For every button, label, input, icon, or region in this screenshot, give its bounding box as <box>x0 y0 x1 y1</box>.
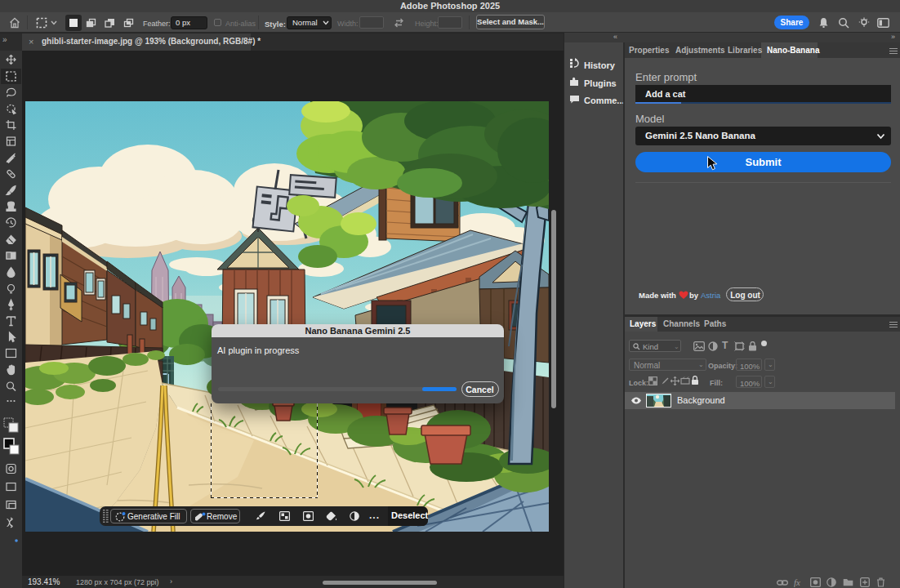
svg-text:fx: fx <box>794 577 800 587</box>
